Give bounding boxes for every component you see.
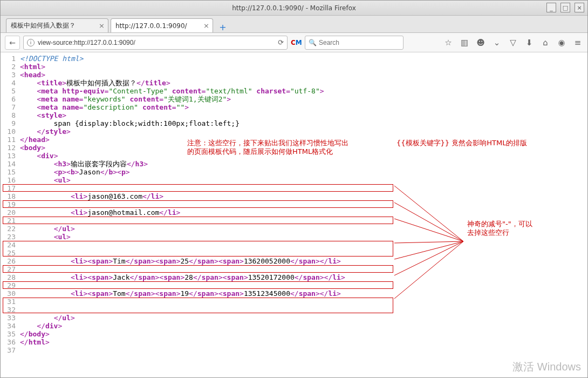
menu-icon[interactable]: ≡ [572,37,583,48]
smiley-icon[interactable]: ☻ [475,37,486,48]
home-icon[interactable]: ⌂ [540,37,551,48]
addon-icon[interactable]: ◉ [556,37,567,48]
library-icon[interactable]: ▥ [459,37,470,48]
maximize-button[interactable]: □ [560,3,570,12]
plugin-icon[interactable]: CM [291,39,302,46]
nav-toolbar: ← i ⟳ CM 🔍 ☆ ▥ ☻ ⌄ ▽ ⬇ ⌂ ◉ ≡ [1,33,587,52]
search-icon: 🔍 [309,39,317,46]
minimize-button[interactable]: _ [546,3,556,12]
search-input[interactable] [319,39,400,46]
info-icon[interactable]: i [27,39,35,46]
window-title: http://127.0.0.1:9090/ - Mozilla Firefox [232,4,355,12]
close-icon[interactable]: × [203,22,209,30]
titlebar: http://127.0.0.1:9090/ - Mozilla Firefox… [1,1,587,16]
url-input[interactable] [38,39,275,46]
tab-label: 模板中如何插入数据？ [11,21,76,30]
url-bar[interactable]: i ⟳ [23,36,288,50]
back-button[interactable]: ← [5,36,20,50]
watermark: 激活 Windows [512,360,581,374]
tab-strip: 模板中如何插入数据？ × http://127.0.0.1:9090/ × + [1,16,587,33]
bookmark-icon[interactable]: ☆ [443,37,454,48]
tab-label: http://127.0.0.1:9090/ [115,22,187,30]
source-code: 1<!DOCTYPE html> 2<html> 3<head> 4 <titl… [1,52,587,354]
shield-icon[interactable]: ▽ [508,37,518,48]
pocket-icon[interactable]: ⌄ [491,37,502,48]
page-content: 注意：这些空行，接下来贴出我们这样习惯性地写出 的页面模板代码，随后展示如何做H… [1,52,587,378]
download-icon[interactable]: ⬇ [524,37,535,48]
browser-window: http://127.0.0.1:9090/ - Mozilla Firefox… [0,0,588,378]
reload-icon[interactable]: ⟳ [278,38,284,46]
close-button[interactable]: × [575,3,584,12]
close-icon[interactable]: × [99,22,105,30]
new-tab-button[interactable]: + [217,22,228,32]
search-bar[interactable]: 🔍 [305,36,404,50]
tab-0[interactable]: 模板中如何插入数据？ × [6,18,108,32]
tab-1[interactable]: http://127.0.0.1:9090/ × [111,18,213,32]
